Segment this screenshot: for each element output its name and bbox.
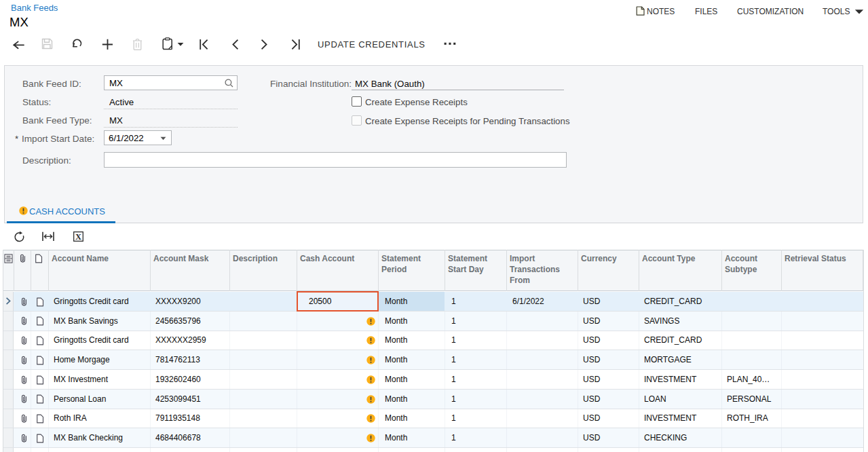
svg-text:X: X xyxy=(75,232,81,242)
